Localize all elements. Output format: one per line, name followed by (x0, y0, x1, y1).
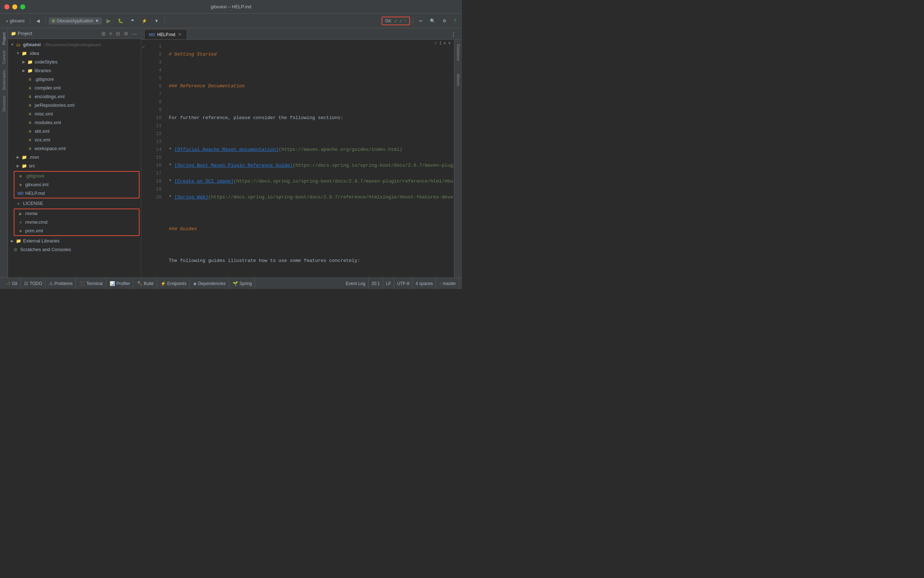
tree-sbt-xml[interactable]: ≡ sbt.xml (8, 127, 141, 136)
sidebar-item-structure[interactable]: Structure (0, 93, 8, 115)
ext-label: External Libraries (23, 237, 60, 245)
sidebar-item-commit[interactable]: Commit (0, 48, 8, 67)
root-path: ~/Documents/Git/gitcode/gitxuexi (43, 41, 101, 48)
libraries-icon: 📁 (27, 68, 33, 74)
misc-label: misc.xml (35, 110, 53, 118)
tree-mvnw-cmd[interactable]: ≡ mvnw.cmd (15, 218, 139, 227)
mvnw-label: mvnw (25, 210, 37, 217)
code-line-15 (169, 273, 450, 278)
tree-mvn[interactable]: ▶ 📁 .mvn (8, 153, 141, 162)
status-build[interactable]: 🔨 Build (134, 278, 157, 289)
scratches-label: Scratches and Consoles (20, 246, 71, 253)
status-encoding[interactable]: UTF-8 (394, 278, 413, 289)
editor-top-controls: ✓ 1 ∧ ∨ (434, 41, 451, 45)
tree-libraries[interactable]: ▶ 📁 libraries (8, 67, 141, 75)
tab-close-button[interactable]: ✕ (177, 32, 183, 37)
status-todo[interactable]: ☑ TODO (21, 278, 45, 289)
status-spring[interactable]: 🌱 Spring (230, 278, 255, 289)
idea-folder-icon: 📁 (21, 50, 28, 56)
search-button[interactable]: 🔍 (427, 16, 438, 26)
minimize-icon[interactable]: — (131, 31, 138, 36)
status-profiler[interactable]: 📊 Profiler (107, 278, 133, 289)
git-status-label: Git (12, 281, 17, 286)
status-branch[interactable]: ↑ master (436, 278, 459, 289)
tree-gitxuexi-iml[interactable]: ≡ gitxuexi.iml (15, 180, 139, 189)
status-terminal[interactable]: ⬛ Terminal (76, 278, 106, 289)
tree-encodings-xml[interactable]: ≡ encodings.xml (8, 93, 141, 101)
compiler-label: compiler.xml (35, 84, 61, 92)
sbt-label: sbt.xml (35, 128, 49, 135)
status-problems[interactable]: ⚠ Problems (46, 278, 76, 289)
tree-external-libraries[interactable]: ▶ 📁 External Libraries (8, 237, 141, 245)
window-title: gitxuexi – HELP.md (211, 4, 251, 10)
maximize-button[interactable] (20, 4, 25, 10)
nav-up[interactable]: ∧ (443, 41, 446, 45)
indent-label: 4 spaces (415, 281, 433, 286)
code-editor[interactable]: # Getting Started ### Reference Document… (164, 40, 454, 278)
tree-codestyles[interactable]: ▶ 📁 codeStyles (8, 58, 141, 67)
tree-misc-xml[interactable]: ≡ misc.xml (8, 110, 141, 119)
mvnwcmd-label: mvnw.cmd (25, 219, 47, 226)
tree-jar-repositories[interactable]: ≡ jarRepositories.xml (8, 101, 141, 110)
run-button[interactable]: ▶ (104, 16, 113, 26)
status-endpoints[interactable]: ⚡ Endpoints (157, 278, 190, 289)
project-icon: ● (6, 18, 8, 23)
git-widget[interactable]: Git: ✓ ✓ ↑ (382, 16, 410, 25)
status-dependencies[interactable]: ◈ Dependencies (190, 278, 229, 289)
tree-vcs-xml[interactable]: ≡ vcs.xml (8, 136, 141, 144)
status-linesep[interactable]: LF (383, 278, 394, 289)
status-event-log[interactable]: Event Log (343, 278, 369, 289)
sidebar-item-maven[interactable]: Maven (455, 71, 462, 89)
tree-workspace-xml[interactable]: ≡ workspace.xml (8, 144, 141, 153)
main-layout: Project Commit Bookmarks Structure 📁 Pro… (0, 28, 462, 278)
panel-header: 📁 Project ⊞ ≡ ⊟ ⚙ — (8, 28, 141, 39)
status-git[interactable]: ⎇ Git (3, 278, 21, 289)
sort-icon[interactable]: ≡ (108, 31, 113, 36)
minimize-button[interactable] (12, 4, 17, 10)
sidebar-item-bookmarks[interactable]: Bookmarks (0, 67, 8, 93)
help-button[interactable]: ? (451, 16, 459, 26)
tree-compiler-xml[interactable]: ≡ compiler.xml (8, 84, 141, 93)
settings-icon[interactable]: ⚙ (123, 31, 130, 36)
tree-license[interactable]: ≡ LICENSE (8, 199, 141, 208)
check-mark: ✓ (434, 41, 438, 45)
sidebar-item-project[interactable]: Project (0, 29, 8, 48)
more-run-button[interactable]: ▼ (151, 16, 162, 26)
tree-mvnw[interactable]: ▶ mvnw (15, 209, 139, 218)
tab-more-button[interactable]: ⋮ (447, 29, 459, 39)
tree-src[interactable]: ▶ 📁 src (8, 162, 141, 170)
tree-modules-xml[interactable]: ≡ modules.xml (8, 119, 141, 127)
close-button[interactable] (4, 4, 10, 10)
window-controls[interactable] (4, 4, 25, 10)
build-label: Build (144, 281, 154, 286)
scope-icon[interactable]: ⊞ (100, 31, 107, 36)
spring-icon: 🌱 (233, 281, 238, 286)
filter-icon[interactable]: ⊟ (115, 31, 121, 36)
code-line-13 (169, 241, 450, 249)
root-arrow: ▼ (10, 41, 15, 48)
mvn-label: .mvn (29, 154, 39, 161)
undo-button[interactable]: ↩ (416, 16, 426, 26)
settings-button[interactable]: ⚙ (439, 16, 449, 26)
sidebar-item-database[interactable]: Database (455, 41, 462, 64)
tree-scratches[interactable]: ⊞ Scratches and Consoles (8, 245, 141, 254)
tree-root[interactable]: ▼ 🗂 gitxuexi ~/Documents/Git/gitcode/git… (8, 41, 141, 49)
back-button[interactable]: ◀ (34, 16, 42, 26)
app-selector[interactable]: GitxuexiApplication ▼ (49, 17, 102, 24)
profile-button[interactable]: ⚡ (139, 16, 150, 26)
tree-gitignore-root[interactable]: ≡ .gitignore (15, 172, 139, 180)
status-position[interactable]: 20:1 (369, 278, 383, 289)
tree-idea-folder[interactable]: ▼ 📁 .idea (8, 49, 141, 58)
debug-button[interactable]: 🐛 (115, 16, 126, 26)
status-indent[interactable]: 4 spaces (413, 278, 436, 289)
tree-gitignore-idea[interactable]: ≡ .gitignore (8, 75, 141, 84)
tree-help-md[interactable]: MD HELP.md (15, 189, 139, 198)
code-line-7: * [Official Apache Maven documentation](… (169, 146, 450, 154)
coverage-button[interactable]: ☂ (128, 16, 138, 26)
tab-helpmd[interactable]: MD HELP.md ✕ (144, 29, 187, 39)
nav-down[interactable]: ∨ (448, 41, 451, 45)
project-selector[interactable]: ● gitxuexi (3, 16, 28, 26)
codestyles-label: codeStyles (35, 58, 58, 66)
tree-pom-xml[interactable]: ≡ pom.xml (15, 227, 139, 235)
status-right: Event Log 20:1 LF UTF-8 4 spaces ↑ maste… (343, 278, 459, 289)
